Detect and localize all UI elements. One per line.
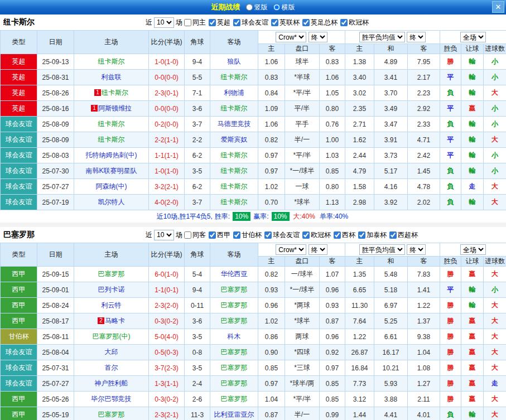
away-team-cell[interactable]: 纽卡斯尔	[210, 163, 258, 179]
europe-avg-select[interactable]: 胜平负均值	[359, 32, 405, 42]
layout-option-horizontal[interactable]: 横版	[273, 3, 295, 12]
home-team-cell[interactable]: 巴塞罗那(中)	[74, 329, 149, 345]
home-team-cell[interactable]: 1纽卡斯尔	[74, 85, 149, 101]
handicap-time-select[interactable]: 终	[309, 32, 327, 42]
filter-option[interactable]: 甘伯杯	[233, 230, 262, 240]
handicap-time-select[interactable]: 终	[309, 244, 327, 255]
away-team-cell[interactable]: 爱斯宾奴	[210, 132, 258, 148]
filter-checkbox[interactable]	[358, 231, 365, 239]
layout-radio-vertical[interactable]	[246, 4, 253, 11]
europe-away-odds: 1.37	[408, 313, 440, 329]
filter-option[interactable]: 球会友谊	[264, 230, 300, 240]
home-team-cell[interactable]: 利兹联	[74, 70, 149, 85]
filter-checkbox[interactable]	[184, 231, 191, 239]
europe-time-select[interactable]: 终	[407, 244, 426, 255]
filter-option[interactable]: 球会友谊	[233, 18, 268, 27]
result-cell: 勝	[440, 392, 461, 407]
col-date: 日期	[37, 243, 74, 267]
match-count-select[interactable]: 10	[154, 17, 174, 28]
filter-option[interactable]: 欧冠杯	[302, 230, 331, 240]
filter-checkbox[interactable]	[233, 231, 240, 239]
col-type: 类型	[1, 243, 37, 267]
away-team-cell[interactable]: 纽卡斯尔	[210, 148, 258, 163]
bookmaker-select[interactable]: Crow*	[276, 244, 306, 255]
home-team-cell[interactable]: 阿森纳(中)	[74, 179, 149, 195]
match-date-cell: 25-07-27	[37, 376, 74, 392]
filter-option[interactable]: 同客	[184, 230, 206, 240]
filter-checkbox[interactable]	[233, 19, 240, 26]
filter-checkbox[interactable]	[209, 19, 216, 26]
europe-draw-odds: 6.97	[374, 298, 408, 313]
filter-checkbox[interactable]	[209, 231, 216, 239]
home-team-cell[interactable]: 凯尔特人	[74, 195, 149, 210]
filter-option[interactable]: 英联杯	[271, 18, 300, 27]
filter-option[interactable]: 同主	[184, 18, 206, 27]
filter-checkbox[interactable]	[340, 19, 348, 26]
europe-draw-odds: 3.41	[374, 70, 408, 85]
filter-option[interactable]: 英足总杯	[302, 18, 338, 27]
away-team-cell[interactable]: 华伦西亚	[210, 267, 258, 282]
filter-checkbox[interactable]	[264, 231, 272, 239]
away-team-cell[interactable]: 巴塞罗那	[210, 282, 258, 298]
away-team-cell[interactable]: 利物浦	[210, 85, 258, 101]
match-count-select[interactable]: 10	[154, 230, 174, 240]
europe-home-odds: 2.35	[345, 101, 374, 117]
filter-checkbox[interactable]	[389, 231, 397, 239]
col-europe-draw: 和	[374, 257, 408, 267]
away-team-cell[interactable]: 巴塞罗那	[210, 392, 258, 407]
away-team-cell[interactable]: 巴塞罗那	[210, 313, 258, 329]
home-team-cell[interactable]: 南韩K联赛明星队	[74, 163, 149, 179]
filter-option[interactable]: 西甲	[209, 230, 230, 240]
away-team-cell[interactable]: 纽卡斯尔	[210, 179, 258, 195]
away-team-cell[interactable]: 巴塞罗那	[210, 376, 258, 392]
away-team-cell[interactable]: 比利亚雷亚尔	[210, 407, 258, 420]
away-team-cell[interactable]: 巴塞罗那	[210, 360, 258, 376]
home-team-cell[interactable]: 纽卡斯尔	[74, 132, 149, 148]
filter-checkbox[interactable]	[334, 231, 341, 239]
europe-avg-select[interactable]: 胜平负均值	[359, 244, 405, 255]
scope-select[interactable]: 全场	[460, 32, 486, 42]
filter-option[interactable]: 西超杯	[389, 230, 418, 240]
scope-select[interactable]: 全场	[460, 244, 486, 255]
home-team-cell[interactable]: 纽卡斯尔	[74, 54, 149, 70]
home-team-cell[interactable]: 首尔	[74, 360, 149, 376]
col-result: 胜负	[440, 257, 461, 267]
home-team-cell[interactable]: 1阿斯顿维拉	[74, 101, 149, 117]
home-team-cell[interactable]: 利云特	[74, 298, 149, 313]
home-team-cell[interactable]: 托特纳姆热刺(中)	[74, 148, 149, 163]
away-team-cell[interactable]: 巴塞罗那	[210, 298, 258, 313]
away-team-cell[interactable]: 马德里竞技	[210, 117, 258, 132]
home-team-cell[interactable]: 大邱	[74, 345, 149, 360]
corners-cell: 0-11	[185, 298, 210, 313]
filter-checkbox[interactable]	[302, 19, 310, 26]
away-team-cell[interactable]: 纽卡斯尔	[210, 195, 258, 210]
close-button[interactable]: ✕	[492, 1, 504, 13]
europe-home-odds: 1.38	[345, 54, 374, 70]
filter-option[interactable]: 欧冠杯	[340, 18, 369, 27]
away-team-cell[interactable]: 巴塞罗那	[210, 345, 258, 360]
away-team-cell[interactable]: 纽卡斯尔	[210, 70, 258, 85]
layout-radio-horizontal[interactable]	[273, 4, 280, 11]
filter-option[interactable]: 西杯	[334, 230, 355, 240]
bookmaker-select[interactable]: Crow*	[276, 32, 306, 42]
match-row: 球会友谊25-07-31首尔3-7(2-3)3-5巴塞罗那0.85*三球0.97…	[1, 360, 506, 376]
home-team-cell[interactable]: 纽卡斯尔	[74, 117, 149, 132]
home-team-cell[interactable]: 毕尔巴鄂竞技	[74, 392, 149, 407]
home-team-cell[interactable]: 巴列卡诺	[74, 282, 149, 298]
away-team-cell[interactable]: 纽卡斯尔	[210, 101, 258, 117]
home-team-cell[interactable]: 2马略卡	[74, 313, 149, 329]
handicap-away-odds: 1.13	[320, 195, 345, 210]
home-team-cell[interactable]: 巴塞罗那	[74, 267, 149, 282]
home-team-cell[interactable]: 巴塞罗那	[74, 407, 149, 420]
filter-checkbox[interactable]	[184, 19, 191, 26]
europe-time-select[interactable]: 终	[407, 32, 426, 42]
away-team-cell[interactable]: 狼队	[210, 54, 258, 70]
home-team-name: 马略卡	[105, 317, 125, 325]
layout-option-vertical[interactable]: 竖版	[246, 3, 268, 12]
filter-option[interactable]: 英超	[209, 18, 230, 27]
filter-checkbox[interactable]	[302, 231, 310, 239]
filter-option[interactable]: 加泰杯	[358, 230, 387, 240]
home-team-cell[interactable]: 神户胜利船	[74, 376, 149, 392]
away-team-cell[interactable]: 科木	[210, 329, 258, 345]
filter-checkbox[interactable]	[271, 19, 278, 26]
